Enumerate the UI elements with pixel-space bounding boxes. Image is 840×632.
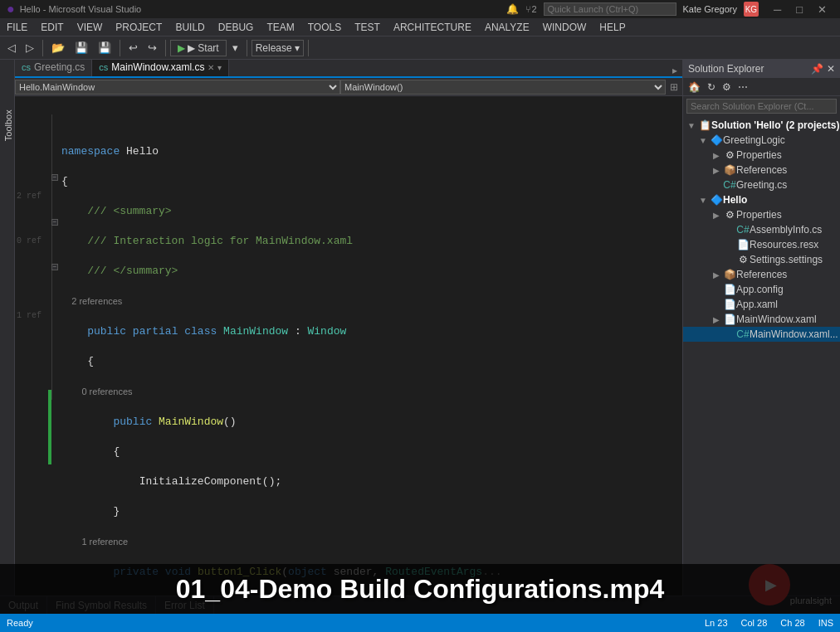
tree-gl-properties[interactable]: ▶ ⚙ Properties — [683, 148, 840, 163]
tab-mainwindow-label: MainWindow.xaml.cs — [111, 61, 204, 73]
menu-item-file[interactable]: FILE — [0, 18, 34, 36]
tree-solution[interactable]: ▼ 📋 Solution 'Hello' (2 projects) — [683, 118, 840, 133]
tab-mainwindow[interactable]: cs MainWindow.xaml.cs ✕ ▾ — [92, 60, 229, 76]
tree-gl-references[interactable]: ▶ 📦 References — [683, 163, 840, 177]
tb-open-btn[interactable]: 📂 — [47, 39, 69, 56]
tree-appconfig[interactable]: 📄 App.config — [683, 282, 840, 297]
menu-item-tools[interactable]: TOOLS — [301, 18, 348, 36]
tree-arrow: ▼ — [696, 196, 710, 205]
play-icon: ▶ — [178, 42, 185, 54]
appconfig-label: App.config — [736, 284, 784, 295]
mainxaml-label: MainWindow.xaml — [736, 314, 817, 325]
code-line: /// <summary> — [61, 204, 682, 219]
tb-back-btn[interactable]: ◁ — [3, 39, 20, 56]
se-tb-refresh[interactable]: ↻ — [704, 80, 719, 95]
se-pin-btn[interactable]: 📌 — [811, 63, 823, 75]
tab-greeting-icon: cs — [22, 62, 31, 72]
references-icon: 📦 — [723, 164, 736, 176]
collapse-method[interactable]: − — [51, 264, 58, 270]
tree-arrow: ▼ — [696, 136, 710, 145]
tb-fwd-btn[interactable]: ▷ — [22, 39, 38, 56]
tab-mainwindow-icon: cs — [99, 62, 108, 72]
minimize-button[interactable]: ─ — [767, 2, 788, 17]
cs-file-icon2: C# — [736, 224, 750, 236]
line-numbers: 2 ref 0 ref 1 ref — [15, 100, 48, 596]
release-label: Release — [256, 42, 292, 54]
tab-greeting[interactable]: cs Greeting.cs — [15, 60, 92, 76]
tb-saveall-btn[interactable]: 💾 — [94, 39, 115, 56]
user-name: Kate Gregory — [683, 4, 737, 14]
tree-greetinglogic[interactable]: ▼ 🔷 GreetingLogic — [683, 133, 840, 148]
se-tb-more[interactable]: ⋯ — [735, 80, 751, 95]
tree-hello-references[interactable]: ▶ 📦 References — [683, 267, 840, 282]
menu-item-test[interactable]: TEST — [348, 18, 387, 36]
menu-item-build[interactable]: BUILD — [168, 18, 211, 36]
release-arrow: ▾ — [295, 42, 300, 54]
tree-mainxaml-cs[interactable]: C# MainWindow.xaml... — [683, 327, 840, 342]
tb-sep3 — [165, 40, 166, 56]
code-line: public partial class MainWindow : Window — [61, 324, 682, 339]
se-tb-settings[interactable]: ⚙ — [719, 80, 735, 95]
tree-hello[interactable]: ▼ 🔷 Hello — [683, 192, 840, 207]
menu-item-view[interactable]: VIEW — [71, 18, 110, 36]
greetinglogic-label: GreetingLogic — [723, 134, 785, 146]
green-change-indicator — [48, 390, 51, 464]
tree-arrow: ▶ — [710, 151, 723, 160]
vs-icon: ● — [7, 2, 15, 17]
status-right: Ln 23 Col 28 Ch 28 INS — [705, 618, 833, 628]
settings-icon: ⚙ — [736, 254, 750, 265]
se-search-input[interactable] — [686, 99, 837, 114]
se-close-btn[interactable]: ✕ — [827, 63, 835, 75]
tb-dropdown-btn[interactable]: ▾ — [228, 39, 242, 56]
tb-save-btn[interactable]: 💾 — [71, 39, 92, 56]
tree-arrow: ▶ — [710, 270, 723, 280]
se-header-controls: 📌 ✕ — [811, 63, 835, 75]
scroll-tabs-right[interactable]: ▸ — [667, 65, 682, 76]
left-panel: Toolbox Find and Replace — [0, 60, 15, 596]
code-line: namespace Hello — [61, 144, 682, 159]
video-overlay: 01_04-Demo Build Configurations.mp4 — [0, 564, 840, 614]
tree-appxaml[interactable]: 📄 App.xaml — [683, 297, 840, 312]
menu-item-analyze[interactable]: ANALYZE — [478, 18, 536, 36]
collapse-class[interactable]: − — [51, 219, 58, 226]
se-tb-home[interactable]: 🏠 — [685, 80, 704, 95]
tree-hello-properties[interactable]: ▶ ⚙ Properties — [683, 207, 840, 222]
tree-gl-greeting[interactable]: C# Greeting.cs — [683, 177, 840, 192]
tb-redo-btn[interactable]: ↪ — [144, 39, 161, 56]
code-editor[interactable]: 2 ref 0 ref 1 ref — [15, 96, 682, 596]
notification-icon[interactable]: 🔔 — [506, 3, 519, 15]
code-line: public MainWindow() — [61, 415, 682, 430]
title-left: ● Hello - Microsoft Visual Studio — [7, 2, 141, 17]
quick-launch-input[interactable] — [544, 2, 676, 16]
nav-expand-btn[interactable]: ⊞ — [666, 81, 682, 93]
code-line: /// </summary> — [61, 264, 682, 279]
tree-settings[interactable]: ⚙ Settings.settings — [683, 252, 840, 267]
toolbox-tab[interactable]: Toolbox — [2, 68, 15, 143]
menu-item-edit[interactable]: EDIT — [34, 18, 70, 36]
menu-item-help[interactable]: HELP — [593, 18, 632, 36]
nav-method-select[interactable]: MainWindow() — [340, 80, 666, 95]
tb-undo-btn[interactable]: ↩ — [125, 39, 142, 56]
start-button[interactable]: ▶ ▶ Start — [170, 40, 227, 56]
menu-item-debug[interactable]: DEBUG — [212, 18, 261, 36]
config-icon: 📄 — [723, 284, 736, 295]
tab-mainwindow-arrow[interactable]: ▾ — [217, 63, 222, 72]
menu-item-team[interactable]: TEAM — [260, 18, 300, 36]
properties-icon2: ⚙ — [723, 209, 736, 221]
menu-item-project[interactable]: PROJECT — [109, 18, 168, 36]
video-title: 01_04-Demo Build Configurations.mp4 — [176, 574, 665, 605]
tree-mainxaml[interactable]: ▶ 📄 MainWindow.xaml — [683, 312, 840, 327]
nav-class-select[interactable]: Hello.MainWindow — [15, 80, 340, 95]
close-button[interactable]: ✕ — [811, 2, 833, 17]
menu-item-architecture[interactable]: ARCHITECTURE — [387, 18, 478, 36]
code-line: } — [61, 504, 682, 519]
release-dropdown[interactable]: Release ▾ — [252, 40, 304, 56]
restore-button[interactable]: □ — [789, 2, 809, 17]
tab-bar: cs Greeting.cs cs MainWindow.xaml.cs ✕ ▾… — [15, 60, 682, 78]
gl-properties-label: Properties — [736, 149, 782, 161]
menu-item-window[interactable]: WINDOW — [536, 18, 593, 36]
tab-mainwindow-close[interactable]: ✕ — [208, 63, 214, 72]
tree-assemblyinfo[interactable]: C# AssemblyInfo.cs — [683, 222, 840, 237]
collapse-ns[interactable]: − — [51, 174, 58, 181]
tree-resources[interactable]: 📄 Resources.resx — [683, 237, 840, 252]
